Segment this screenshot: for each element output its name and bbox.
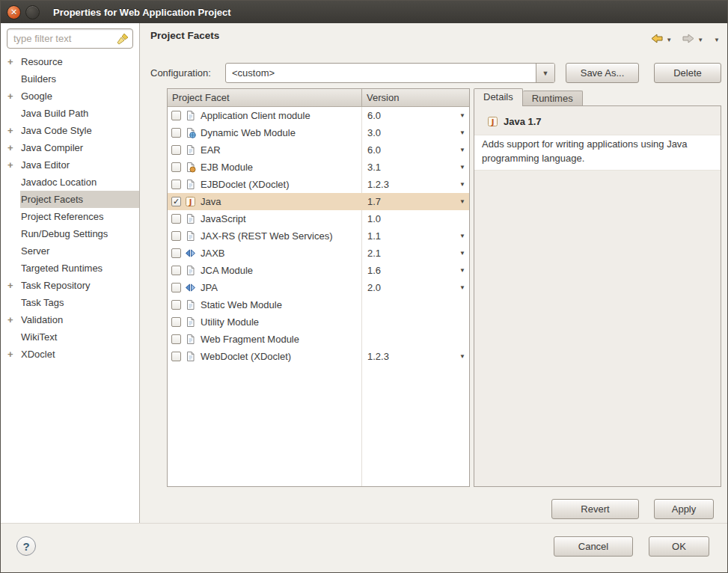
facet-checkbox[interactable] bbox=[171, 334, 181, 344]
facet-checkbox[interactable] bbox=[171, 180, 181, 189]
tree-label[interactable]: Java Editor bbox=[20, 156, 139, 174]
facet-row-webdoclet-xdoclet[interactable]: WebDoclet (XDoclet) 1.2.3 ▼ bbox=[168, 348, 469, 365]
tab-details[interactable]: Details bbox=[474, 88, 523, 106]
facet-checkbox[interactable] bbox=[171, 162, 181, 172]
facet-row-jax-rs-rest-web-services[interactable]: JAX-RS (REST Web Services) 1.1 ▼ bbox=[168, 227, 469, 245]
facet-row-utility-module[interactable]: Utility Module ▼ bbox=[168, 313, 469, 331]
tree-expander-icon[interactable]: + bbox=[7, 125, 20, 136]
tree-label[interactable]: Run/Debug Settings bbox=[20, 225, 139, 242]
tree-label[interactable]: Project Facets bbox=[20, 191, 139, 208]
tree-label[interactable]: Java Compiler bbox=[20, 139, 139, 156]
facet-row-ejb-module[interactable]: EJB Module 3.1 ▼ bbox=[168, 159, 469, 176]
facet-row-jpa[interactable]: JPA 2.0 ▼ bbox=[168, 279, 469, 296]
facet-checkbox[interactable] bbox=[171, 248, 181, 258]
tree-label[interactable]: Resource bbox=[20, 53, 139, 70]
facet-row-web-fragment-module[interactable]: Web Fragment Module ▼ bbox=[168, 331, 469, 348]
tree-expander-icon[interactable]: + bbox=[7, 159, 20, 171]
sidebar-item-javadoc-location[interactable]: Javadoc Location bbox=[1, 174, 139, 191]
tree-label[interactable]: Task Repository bbox=[20, 277, 139, 294]
version-dropdown-icon[interactable]: ▼ bbox=[456, 181, 469, 188]
facet-row-jaxb[interactable]: JAXB 2.1 ▼ bbox=[168, 245, 469, 262]
tree-label[interactable]: Targeted Runtimes bbox=[20, 260, 139, 277]
sidebar-item-server[interactable]: Server bbox=[1, 242, 139, 260]
help-icon[interactable]: ? bbox=[16, 536, 36, 556]
maximize-icon[interactable] bbox=[25, 5, 40, 19]
tree-expander-icon[interactable]: + bbox=[7, 56, 20, 67]
facet-checkbox[interactable] bbox=[171, 111, 181, 120]
view-menu-icon[interactable]: ▼ bbox=[714, 37, 720, 43]
tree-expander-icon[interactable]: + bbox=[7, 142, 20, 153]
tree-expander-icon[interactable]: + bbox=[7, 91, 20, 102]
sidebar-item-targeted-runtimes[interactable]: Targeted Runtimes bbox=[1, 260, 139, 277]
tree-label[interactable]: Google bbox=[20, 88, 139, 105]
facet-row-java[interactable]: ✓ J Java 1.7 ▼ bbox=[168, 193, 469, 210]
sidebar-item-builders[interactable]: Builders bbox=[1, 70, 139, 88]
facet-row-ear[interactable]: EAR 6.0 ▼ bbox=[168, 141, 469, 159]
facet-checkbox[interactable]: ✓ bbox=[171, 197, 181, 206]
version-dropdown-icon[interactable]: ▼ bbox=[456, 112, 469, 119]
back-history-dropdown-icon[interactable]: ▼ bbox=[666, 37, 672, 43]
facet-checkbox[interactable] bbox=[171, 128, 181, 138]
facet-row-jca-module[interactable]: JCA Module 1.6 ▼ bbox=[168, 262, 469, 279]
tree-label[interactable]: Validation bbox=[20, 311, 139, 328]
ok-button[interactable]: OK bbox=[649, 536, 709, 557]
sidebar-item-java-build-path[interactable]: Java Build Path bbox=[1, 105, 139, 122]
delete-button[interactable]: Delete bbox=[654, 63, 721, 83]
version-dropdown-icon[interactable]: ▼ bbox=[456, 284, 469, 291]
tree-label[interactable]: Task Tags bbox=[20, 294, 139, 311]
tree-label[interactable]: XDoclet bbox=[20, 346, 139, 363]
facet-checkbox[interactable] bbox=[171, 145, 181, 155]
sidebar-item-java-code-style[interactable]: + Java Code Style bbox=[1, 122, 139, 139]
facet-checkbox[interactable] bbox=[171, 300, 181, 310]
sidebar-item-java-compiler[interactable]: + Java Compiler bbox=[1, 139, 139, 156]
version-dropdown-icon[interactable]: ▼ bbox=[456, 250, 469, 257]
version-dropdown-icon[interactable]: ▼ bbox=[456, 164, 469, 171]
revert-button[interactable]: Revert bbox=[551, 499, 639, 519]
forward-icon[interactable] bbox=[682, 34, 694, 46]
facet-row-static-web-module[interactable]: Static Web Module ▼ bbox=[168, 296, 469, 313]
facet-row-ejbdoclet-xdoclet[interactable]: EJBDoclet (XDoclet) 1.2.3 ▼ bbox=[168, 176, 469, 193]
tree-expander-icon[interactable]: + bbox=[7, 349, 20, 360]
facet-checkbox[interactable] bbox=[171, 317, 181, 327]
sidebar-item-task-repository[interactable]: + Task Repository bbox=[1, 277, 139, 294]
tree-expander-icon[interactable]: + bbox=[7, 314, 20, 325]
version-dropdown-icon[interactable]: ▼ bbox=[456, 353, 469, 360]
tree-label[interactable]: Java Build Path bbox=[20, 105, 139, 122]
sidebar-item-run-debug-settings[interactable]: Run/Debug Settings bbox=[1, 225, 139, 242]
combo-dropdown-icon[interactable]: ▼ bbox=[536, 64, 554, 82]
column-header-project-facet[interactable]: Project Facet bbox=[168, 89, 361, 106]
facet-checkbox[interactable] bbox=[171, 231, 181, 241]
filter-input[interactable] bbox=[7, 28, 133, 49]
tree-label[interactable]: WikiText bbox=[20, 328, 139, 346]
sidebar-item-project-facets[interactable]: Project Facets bbox=[1, 191, 139, 208]
sidebar-item-resource[interactable]: + Resource bbox=[1, 53, 139, 70]
forward-history-dropdown-icon[interactable]: ▼ bbox=[697, 37, 703, 43]
version-dropdown-icon[interactable]: ▼ bbox=[456, 147, 469, 153]
facet-checkbox[interactable] bbox=[171, 352, 181, 361]
save-as-button[interactable]: Save As... bbox=[566, 63, 639, 83]
close-icon[interactable]: ✕ bbox=[7, 5, 21, 19]
sidebar-item-google[interactable]: + Google bbox=[1, 88, 139, 105]
version-dropdown-icon[interactable]: ▼ bbox=[456, 267, 469, 274]
facet-checkbox[interactable] bbox=[171, 214, 181, 224]
tree-label[interactable]: Javadoc Location bbox=[20, 174, 139, 191]
column-header-version[interactable]: Version bbox=[361, 89, 469, 106]
version-dropdown-icon[interactable]: ▼ bbox=[456, 233, 469, 239]
facet-checkbox[interactable] bbox=[171, 283, 181, 292]
facet-checkbox[interactable] bbox=[171, 266, 181, 275]
tree-label[interactable]: Java Code Style bbox=[20, 122, 139, 139]
sidebar-item-wikitext[interactable]: WikiText bbox=[1, 328, 139, 346]
facet-row-dynamic-web-module[interactable]: Dynamic Web Module 3.0 ▼ bbox=[168, 124, 469, 141]
clear-filter-icon[interactable] bbox=[117, 33, 129, 45]
sidebar-item-xdoclet[interactable]: + XDoclet bbox=[1, 346, 139, 363]
version-dropdown-icon[interactable]: ▼ bbox=[456, 198, 469, 205]
facet-row-javascript[interactable]: JavaScript 1.0 ▼ bbox=[168, 210, 469, 227]
tree-expander-icon[interactable]: + bbox=[7, 280, 20, 291]
tree-label[interactable]: Project References bbox=[20, 208, 139, 225]
facet-row-application-client-module[interactable]: Application Client module 6.0 ▼ bbox=[168, 107, 469, 124]
sidebar-item-java-editor[interactable]: + Java Editor bbox=[1, 156, 139, 174]
tab-runtimes[interactable]: Runtimes bbox=[523, 91, 583, 106]
version-dropdown-icon[interactable]: ▼ bbox=[456, 129, 469, 136]
apply-button[interactable]: Apply bbox=[654, 499, 714, 519]
sidebar-item-project-references[interactable]: Project References bbox=[1, 208, 139, 225]
